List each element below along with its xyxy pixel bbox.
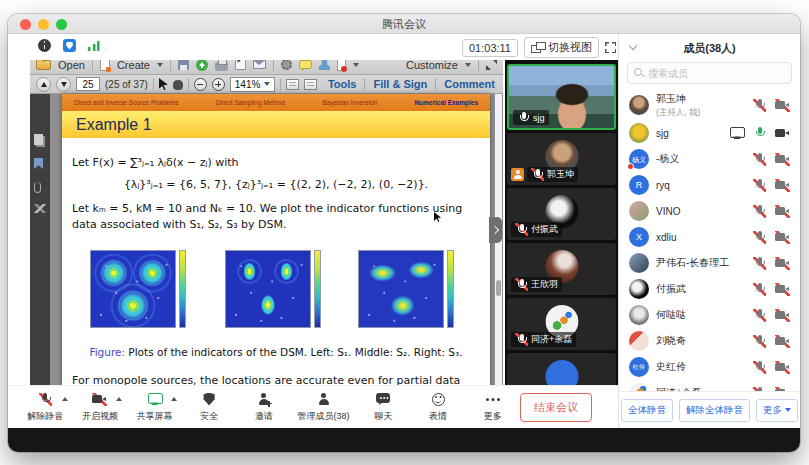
- camera-off-icon[interactable]: [775, 153, 790, 166]
- share-screen-button[interactable]: 共享屏幕: [127, 392, 182, 423]
- mic-muted-icon[interactable]: [753, 309, 766, 322]
- select-tool-icon[interactable]: [159, 78, 168, 90]
- search-input[interactable]: [648, 68, 785, 79]
- member-row[interactable]: 尹伟石-长春理工: [619, 250, 800, 276]
- caret-up-icon[interactable]: [62, 397, 68, 401]
- bookmarks-icon[interactable]: [34, 158, 43, 169]
- start-video-button[interactable]: 开启视频: [73, 392, 128, 423]
- scroll-view-icon[interactable]: [286, 79, 299, 90]
- page-view-icon[interactable]: [304, 79, 317, 90]
- email-icon[interactable]: [253, 60, 266, 69]
- comment-tab[interactable]: Comment: [444, 78, 495, 90]
- manage-members-button[interactable]: 管理成员(38): [291, 392, 356, 423]
- member-search[interactable]: [627, 62, 792, 84]
- participant-name: 王欣羽: [531, 278, 558, 291]
- mic-on-icon[interactable]: [753, 127, 766, 140]
- open-folder-icon[interactable]: [36, 60, 51, 70]
- video-tile[interactable]: 郭玉坤: [507, 133, 616, 185]
- save-icon[interactable]: [178, 59, 189, 70]
- open-button[interactable]: Open: [58, 59, 85, 71]
- camera-off-icon[interactable]: [775, 335, 790, 348]
- fullscreen-icon[interactable]: [605, 42, 616, 53]
- zoom-in-icon[interactable]: [212, 78, 225, 91]
- camera-off-icon[interactable]: [775, 361, 790, 374]
- create-icon[interactable]: [100, 59, 110, 71]
- meeting-info-icon[interactable]: [38, 39, 51, 52]
- video-tile[interactable]: 同济+余磊: [507, 298, 616, 350]
- member-row[interactable]: VINO: [619, 198, 800, 224]
- meeting-security-icon[interactable]: [63, 39, 76, 52]
- security-button[interactable]: 安全: [182, 392, 237, 423]
- mic-muted-icon: [515, 278, 528, 291]
- page-down-button[interactable]: [56, 77, 71, 92]
- mic-muted-icon[interactable]: [753, 153, 766, 166]
- mic-muted-icon[interactable]: [753, 361, 766, 374]
- end-meeting-button[interactable]: 结束会议: [520, 393, 592, 422]
- print-icon[interactable]: [215, 62, 228, 71]
- signature-icon[interactable]: [34, 204, 46, 213]
- camera-off-icon[interactable]: [775, 179, 790, 192]
- customize-button[interactable]: Customize: [406, 59, 458, 71]
- stamp-icon[interactable]: [319, 59, 330, 70]
- member-row[interactable]: sjg: [619, 120, 800, 146]
- caret-up-icon[interactable]: [171, 397, 177, 401]
- avatar: R: [629, 175, 649, 195]
- unmute-all-button[interactable]: 解除全体静音: [679, 399, 750, 422]
- mic-muted-icon[interactable]: [753, 231, 766, 244]
- fill-sign-tab[interactable]: Fill & Sign: [373, 78, 427, 90]
- camera-off-icon: [92, 393, 107, 406]
- comment-bubble-icon[interactable]: [299, 60, 312, 69]
- camera-off-icon[interactable]: [775, 231, 790, 244]
- member-row[interactable]: 同济+余磊: [619, 380, 800, 391]
- mic-muted-icon[interactable]: [753, 205, 766, 218]
- camera-off-icon[interactable]: [775, 309, 790, 322]
- switch-view-button[interactable]: 切换视图: [524, 37, 599, 58]
- member-row[interactable]: 付振武: [619, 276, 800, 302]
- hand-tool-icon[interactable]: [173, 80, 183, 90]
- camera-off-icon[interactable]: [775, 205, 790, 218]
- member-row[interactable]: 刘晓奇: [619, 328, 800, 354]
- mic-muted-icon[interactable]: [753, 257, 766, 270]
- share-icon[interactable]: [196, 59, 208, 71]
- video-tile[interactable]: 王欣羽: [507, 243, 616, 295]
- more-button[interactable]: 更多: [756, 399, 798, 422]
- camera-off-icon[interactable]: [775, 283, 790, 296]
- member-row[interactable]: 郭玉坤(主持人, 我): [619, 90, 800, 120]
- zoom-level-select[interactable]: 141%: [230, 77, 276, 92]
- emoji-button[interactable]: 表情: [411, 392, 466, 423]
- member-row[interactable]: 红伶 史红伶: [619, 354, 800, 380]
- attachments-icon[interactable]: [34, 182, 41, 193]
- video-tile-speaking[interactable]: sjg: [507, 64, 616, 130]
- member-row[interactable]: 杨义 -杨义: [619, 146, 800, 172]
- video-panel-collapse-tab[interactable]: [489, 217, 502, 243]
- attachment-alert-icon[interactable]: [337, 59, 346, 71]
- page-up-button[interactable]: [36, 77, 51, 92]
- mic-muted-icon[interactable]: [753, 283, 766, 296]
- caret-up-icon[interactable]: [116, 397, 122, 401]
- mic-muted-icon[interactable]: [753, 99, 766, 112]
- camera-off-icon[interactable]: [775, 257, 790, 270]
- mic-muted-icon[interactable]: [753, 179, 766, 192]
- invite-button[interactable]: 邀请: [236, 392, 291, 423]
- video-tile[interactable]: 付振武: [507, 188, 616, 240]
- nav-section-active: Numerical Examples: [414, 99, 478, 106]
- scrollbar-thumb[interactable]: [496, 280, 501, 296]
- page-number-input[interactable]: [76, 77, 100, 91]
- edit-icon[interactable]: [235, 59, 246, 70]
- more-toolbar-button[interactable]: 更多: [465, 392, 520, 423]
- create-button[interactable]: Create: [117, 59, 150, 71]
- zoom-out-icon[interactable]: [194, 78, 207, 91]
- expand-icon[interactable]: [486, 59, 497, 70]
- member-row[interactable]: 何哒哒: [619, 302, 800, 328]
- member-row[interactable]: X xdliu: [619, 224, 800, 250]
- member-row[interactable]: R ryq: [619, 172, 800, 198]
- camera-on-icon[interactable]: [775, 127, 790, 140]
- gear-icon[interactable]: [281, 59, 292, 70]
- mic-muted-icon[interactable]: [753, 335, 766, 348]
- chat-button[interactable]: 聊天: [356, 392, 411, 423]
- camera-off-icon[interactable]: [775, 99, 790, 112]
- mute-all-button[interactable]: 全体静音: [621, 399, 673, 422]
- page-thumbnails-icon[interactable]: [34, 134, 43, 145]
- tools-tab[interactable]: Tools: [328, 78, 357, 90]
- unmute-button[interactable]: 解除静音: [18, 392, 73, 423]
